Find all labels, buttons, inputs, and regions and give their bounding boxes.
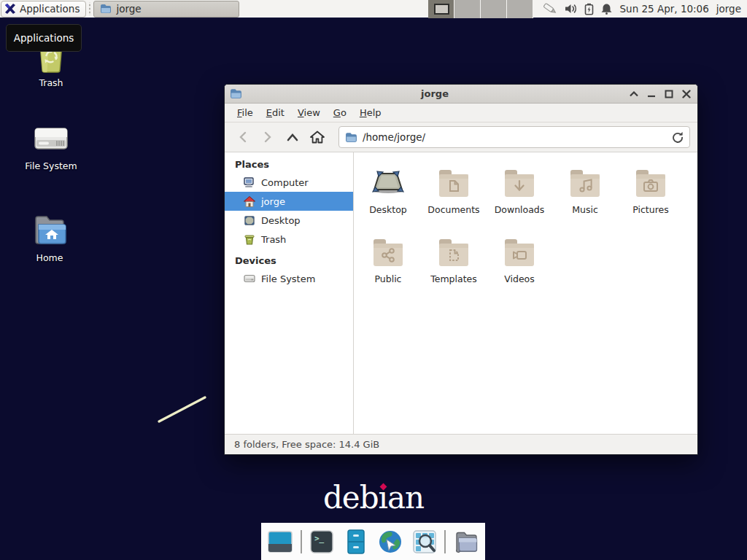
- folder-label: Downloads: [495, 204, 545, 215]
- dock-file-manager-button[interactable]: [452, 527, 480, 556]
- tooltip-text: Applications: [14, 32, 74, 44]
- show-desktop-icon: [266, 528, 294, 556]
- home-button[interactable]: [305, 127, 330, 147]
- sidebar-item-desktop[interactable]: Desktop: [225, 211, 353, 230]
- menu-file[interactable]: File: [231, 105, 260, 120]
- folder-label: Videos: [504, 273, 535, 284]
- taskbar-window-button[interactable]: jorge: [93, 1, 239, 18]
- folder-label: Music: [572, 204, 598, 215]
- menu-help[interactable]: Help: [353, 105, 388, 120]
- dock-separator: [301, 530, 302, 553]
- statusbar-text: 8 folders, Free space: 14.4 GiB: [234, 439, 379, 450]
- sidebar-item-file-system[interactable]: File System: [225, 269, 353, 288]
- home-icon: [310, 131, 325, 144]
- folder-item-music[interactable]: Music: [552, 166, 618, 235]
- battery-charging-icon[interactable]: [584, 3, 594, 15]
- file-manager-folder-icon: [452, 528, 480, 556]
- taskbar-window-label: jorge: [116, 3, 141, 15]
- workspace-2[interactable]: [454, 0, 481, 18]
- applications-menu-button[interactable]: Applications: [1, 1, 86, 18]
- sidebar-item-label: File System: [261, 273, 315, 284]
- dock-web-browser-button[interactable]: [376, 527, 405, 556]
- reload-icon[interactable]: [672, 131, 684, 143]
- folder-item-videos[interactable]: Videos: [487, 235, 552, 304]
- path-folder-icon: [345, 132, 357, 143]
- sidebar-header-devices: Devices: [225, 253, 353, 269]
- path-bar[interactable]: /home/jorge/: [338, 126, 690, 148]
- home-icon: [244, 196, 255, 207]
- system-tray: [542, 2, 613, 15]
- volume-icon[interactable]: [565, 3, 578, 15]
- panel-drag-handle[interactable]: [88, 2, 92, 15]
- window-title: jorge: [242, 88, 627, 99]
- templates-folder-icon: [436, 235, 471, 270]
- debian-logo-text-post: an: [387, 480, 424, 516]
- terminal-icon: >_: [308, 528, 336, 556]
- sidebar-item-label: jorge: [261, 196, 285, 207]
- workspace-3[interactable]: [481, 0, 507, 18]
- file-cabinet-icon: [342, 528, 370, 556]
- bottom-dock: >_: [261, 523, 485, 560]
- back-button[interactable]: [231, 127, 255, 147]
- sidebar-item-jorge[interactable]: jorge: [225, 192, 353, 211]
- folder-view[interactable]: Desktop Documents: [354, 152, 697, 434]
- desktop-icon-label: File System: [25, 160, 77, 171]
- folder-item-documents[interactable]: Documents: [421, 166, 487, 235]
- workspace-window-thumbnail: [434, 4, 449, 15]
- maximize-button[interactable]: [662, 88, 675, 100]
- trash-icon: [244, 234, 255, 245]
- folder-item-downloads[interactable]: Downloads: [487, 166, 552, 235]
- sidebar-item-label: Desktop: [261, 215, 301, 226]
- path-input[interactable]: /home/jorge/: [363, 131, 667, 143]
- document-folder-icon: [436, 166, 471, 201]
- downloads-folder-icon: [502, 166, 537, 201]
- shade-button[interactable]: [627, 88, 640, 100]
- folder-item-public[interactable]: Public: [355, 235, 421, 304]
- drive-icon: [244, 273, 255, 284]
- annotation-pen-icon[interactable]: [542, 2, 558, 15]
- notifications-bell-icon[interactable]: [600, 3, 613, 15]
- xfce-logo-icon: [4, 3, 16, 15]
- menu-view[interactable]: View: [291, 105, 327, 120]
- dock-app-finder-button[interactable]: [410, 527, 438, 556]
- debian-logo-text-pre: deb: [323, 480, 379, 516]
- folder-label: Public: [375, 273, 402, 284]
- pictures-folder-icon: [633, 166, 668, 201]
- sidebar-item-computer[interactable]: Computer: [225, 173, 353, 192]
- folder-icon: [100, 4, 112, 14]
- workspace-switcher[interactable]: [428, 0, 533, 18]
- desktop-icon-home[interactable]: Home: [9, 213, 90, 263]
- workspace-4[interactable]: [507, 0, 533, 18]
- dock-file-cabinet-button[interactable]: [342, 527, 371, 556]
- minimize-button[interactable]: [645, 88, 657, 100]
- folder-label: Documents: [427, 204, 479, 215]
- panel-clock[interactable]: Sun 25 Apr, 10:06: [620, 3, 709, 15]
- sidebar-item-label: Trash: [261, 234, 286, 245]
- drive-icon: [32, 122, 70, 156]
- home-folder-icon: [31, 213, 69, 248]
- menubar: File Edit View Go Help: [225, 104, 697, 122]
- dock-separator: [444, 530, 446, 553]
- debian-logo: debıan: [315, 480, 432, 519]
- dock-terminal-button[interactable]: >_: [308, 527, 336, 556]
- folder-item-templates[interactable]: Templates: [421, 235, 487, 304]
- folder-item-pictures[interactable]: Pictures: [618, 166, 684, 235]
- toolbar: /home/jorge/: [225, 122, 697, 152]
- forward-button[interactable]: [255, 127, 280, 147]
- panel-username[interactable]: jorge: [716, 3, 741, 15]
- desktop-icon-file-system[interactable]: File System: [11, 122, 91, 171]
- workspace-1[interactable]: [428, 0, 454, 18]
- folder-item-desktop[interactable]: Desktop: [355, 166, 421, 235]
- sidebar-header-places: Places: [225, 157, 353, 173]
- close-button[interactable]: [680, 88, 692, 100]
- menu-edit[interactable]: Edit: [260, 105, 291, 120]
- file-manager-window: jorge File Edit View Go Help: [224, 84, 698, 455]
- window-titlebar[interactable]: jorge: [225, 85, 697, 104]
- up-chevron-icon: [287, 133, 298, 141]
- app-finder-icon: [411, 528, 438, 556]
- menu-go[interactable]: Go: [327, 105, 353, 120]
- up-button[interactable]: [280, 127, 305, 147]
- dock-show-desktop-button[interactable]: [266, 527, 295, 556]
- desktop-icon: [244, 215, 255, 226]
- sidebar-item-trash[interactable]: Trash: [225, 230, 353, 249]
